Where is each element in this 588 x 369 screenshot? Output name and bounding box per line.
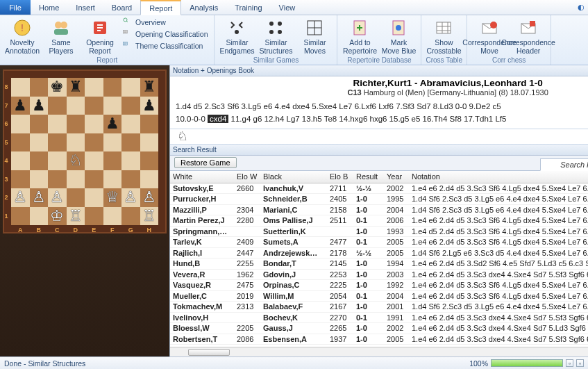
table-row[interactable]: Ivelinov,HBochev,K22700-119911.e4 e6 2.d…	[170, 313, 588, 324]
help-icon[interactable]: ◐	[574, 0, 588, 15]
column-header-result[interactable]: Result	[353, 172, 384, 181]
square-d2[interactable]	[67, 188, 85, 207]
search-result-tab[interactable]: Search Result	[540, 158, 588, 171]
table-row[interactable]: Tokmachev,M2313Balabaev,F21671-020011.d4…	[170, 302, 588, 313]
menu-tab-analysis[interactable]: Analysis	[181, 0, 226, 15]
menu-tab-board[interactable]: Board	[103, 0, 140, 15]
table-row[interactable]: Mazzilli,P2304Mariani,C21581-020041.d4 S…	[170, 205, 588, 216]
square-a7[interactable]: ♟	[11, 97, 30, 115]
square-h7[interactable]: ♟	[140, 97, 159, 115]
correspondence-move-button[interactable]: CorrespondenceMove	[471, 17, 507, 56]
square-d4[interactable]: ♘	[67, 151, 85, 170]
square-b2[interactable]: ♙	[30, 188, 49, 207]
square-d7[interactable]	[67, 97, 85, 115]
similar-moves-button[interactable]: SimilarMoves	[296, 17, 333, 56]
square-b5[interactable]	[30, 133, 49, 152]
similar-endgames-button[interactable]: SimilarEndgames	[219, 17, 255, 56]
opening-report-button[interactable]: OpeningReport	[82, 17, 118, 56]
square-b6[interactable]	[30, 115, 49, 133]
table-row[interactable]: Martin Perez,J2280Oms Pallise,J25110-120…	[170, 215, 588, 227]
square-g6[interactable]	[121, 115, 140, 133]
grid-header[interactable]: WhiteElo WBlackElo BResultYearNotation	[170, 171, 588, 183]
square-f1[interactable]	[103, 207, 122, 226]
square-b7[interactable]: ♟	[30, 97, 49, 115]
square-g1[interactable]	[121, 207, 140, 226]
grid-body[interactable]: Sutovsky,E2660Ivanchuk,V2711½-½20021.e4 …	[170, 183, 588, 347]
square-h6[interactable]	[140, 115, 159, 133]
menu-tab-home[interactable]: Home	[31, 0, 67, 15]
theme-classification-button[interactable]: Theme Classification	[121, 40, 210, 51]
square-e3[interactable]	[85, 170, 103, 189]
square-e7[interactable]	[85, 97, 103, 115]
current-move[interactable]: cxd4	[208, 115, 228, 123]
column-header-white[interactable]: White	[170, 172, 234, 181]
square-f8[interactable]	[103, 78, 122, 97]
square-c3[interactable]	[48, 170, 67, 189]
restore-game-button[interactable]: Restore Game	[174, 157, 237, 168]
square-h5[interactable]	[140, 133, 159, 152]
square-f2[interactable]: ♕	[103, 188, 122, 207]
square-e6[interactable]	[85, 115, 103, 133]
square-h2[interactable]: ♙	[140, 188, 159, 207]
square-b1[interactable]	[30, 207, 49, 226]
square-c7[interactable]	[48, 97, 67, 115]
square-a3[interactable]	[11, 170, 30, 189]
horizontal-scrollbar[interactable]	[170, 347, 588, 356]
square-b3[interactable]	[30, 170, 49, 189]
table-row[interactable]: Purrucker,HSchneider,B24051-019951.d4 Sf…	[170, 194, 588, 205]
table-row[interactable]: Hund,B2255Bondar,T21451-019941.e4 e6 2.d…	[170, 259, 588, 270]
square-f6[interactable]: ♟	[103, 115, 122, 133]
square-h3[interactable]	[140, 170, 159, 189]
table-row[interactable]: Mueller,C2019Willim,M20540-120041.e4 e6 …	[170, 291, 588, 302]
square-e8[interactable]	[85, 78, 103, 97]
square-h1[interactable]: ♖	[140, 207, 159, 226]
scroll-thumb[interactable]	[188, 349, 230, 356]
menu-tab-report[interactable]: Report	[140, 0, 181, 15]
status-button-1[interactable]: ▫	[566, 359, 573, 367]
show-crosstable-button[interactable]: ShowCrosstable	[426, 17, 462, 56]
table-row[interactable]: Rajlich,I2447Andrzejewsk…2178½-½20051.d4…	[170, 248, 588, 259]
square-h8[interactable]: ♜	[140, 78, 159, 97]
square-c8[interactable]: ♚	[48, 78, 67, 97]
opening-classification-button[interactable]: Opening Classification	[121, 28, 210, 40]
square-a8[interactable]	[11, 78, 30, 97]
square-e4[interactable]	[85, 151, 103, 170]
table-row[interactable]: Vevera,R1962Gdovin,J22531-020031.e4 e6 2…	[170, 270, 588, 281]
square-c6[interactable]	[48, 115, 67, 133]
column-header-notation[interactable]: Notation	[409, 172, 588, 181]
square-c2[interactable]: ♙	[48, 188, 67, 207]
correspondence-header-button[interactable]: CorrespondenceHeader	[510, 17, 546, 56]
mark-move-blue-button[interactable]: MarkMove Blue	[380, 17, 417, 56]
square-d8[interactable]: ♜	[67, 78, 85, 97]
square-e5[interactable]	[85, 133, 103, 152]
square-f5[interactable]	[103, 133, 122, 152]
square-f4[interactable]	[103, 151, 122, 170]
square-f7[interactable]	[103, 97, 122, 115]
table-row[interactable]: Springmann,…Suetterlin,K1-019931.e4 d5 2…	[170, 227, 588, 238]
chess-board[interactable]: 87654321 ♚♜♜♟♟♟♟♘♙♙♙♕♙♙♔♖♖ ABCDEFGH	[3, 69, 167, 233]
square-d6[interactable]	[67, 115, 85, 133]
file-menu[interactable]: File	[0, 0, 31, 15]
square-b8[interactable]	[30, 78, 49, 97]
square-a4[interactable]	[11, 151, 30, 170]
square-g3[interactable]	[121, 170, 140, 189]
square-c1[interactable]: ♔	[48, 207, 67, 226]
square-e2[interactable]	[85, 188, 103, 207]
white-knight-icon[interactable]: ♘	[177, 129, 188, 144]
square-e1[interactable]	[85, 207, 103, 226]
table-row[interactable]: Robertsen,T2086Esbensen,A19371-020051.e4…	[170, 334, 588, 345]
same-players-button[interactable]: SamePlayers	[43, 17, 79, 56]
square-g7[interactable]	[121, 97, 140, 115]
add-to-repertoire-button[interactable]: Add toRepertoire	[342, 17, 378, 56]
square-h4[interactable]	[140, 151, 159, 170]
column-header-elo-b[interactable]: Elo B	[327, 172, 353, 181]
table-row[interactable]: Bloessl,W2205Gauss,J22651-020021.e4 e6 2…	[170, 323, 588, 334]
status-button-2[interactable]: ▫	[576, 359, 584, 367]
menu-tab-training[interactable]: Training	[226, 0, 270, 15]
column-header-elo-w[interactable]: Elo W	[234, 172, 260, 181]
novelty-annotation-button[interactable]: !NoveltyAnnotation	[4, 17, 40, 56]
square-c4[interactable]	[48, 151, 67, 170]
square-a2[interactable]: ♙	[11, 188, 30, 207]
similar-structures-button[interactable]: SimilarStructures	[258, 17, 294, 56]
square-f3[interactable]	[103, 170, 122, 189]
